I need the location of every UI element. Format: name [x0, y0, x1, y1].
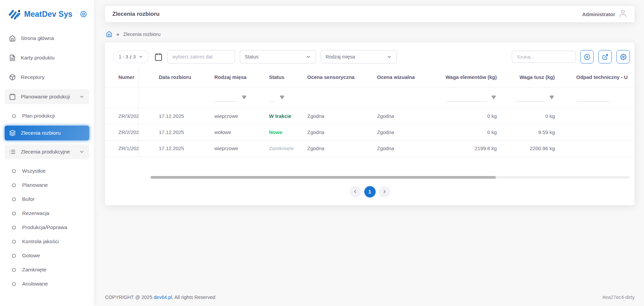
layers-icon: [9, 130, 16, 136]
sidebar-item-anulowane[interactable]: Anulowane: [5, 277, 89, 291]
cell-ocena-wizualna: Zgodna: [372, 140, 435, 156]
cell-ocena-sensoryczna: Zgodna: [302, 140, 372, 156]
column-header-waga-elementow[interactable]: Waga elementów (kg): [435, 68, 502, 87]
circle-icon: [10, 114, 17, 118]
sidebar: MeatDev Sys Strona główna Karty produktu: [0, 0, 94, 306]
sidebar-toggle-icon[interactable]: [80, 10, 87, 18]
sidebar-item-strona-glowna[interactable]: Strona główna: [5, 31, 89, 46]
sidebar-item-label: Rezerwacja: [22, 210, 49, 216]
cell-ocena-sensoryczna: Zgodna: [302, 108, 372, 124]
filter-icon[interactable]: [549, 94, 555, 100]
cell-odpad-techniczny: [560, 124, 635, 140]
table-header-row: Numer Data rozbioru Rodzaj mięsa Status …: [105, 68, 635, 87]
cell-odpad-techniczny: [560, 108, 635, 124]
sidebar-nav: Strona główna Karty produktu Receptury P…: [0, 22, 94, 291]
sidebar-group-zlecenia-produkcyjne[interactable]: Zlecenia produkcyjne: [5, 144, 89, 159]
table-toolbar: 1 - 3 z 3 Status Rodzaj mięsa: [105, 43, 635, 63]
external-link-icon: [602, 54, 608, 60]
footer-link[interactable]: dev64.pl: [154, 295, 172, 300]
sidebar-item-label: Planowane: [22, 182, 48, 188]
sidebar-item-label: Zamknięte: [22, 267, 46, 273]
column-header-odpad-techniczny[interactable]: Odpad techniczny - U: [560, 68, 635, 87]
page-size-select[interactable]: 1 - 3 z 3: [113, 50, 149, 63]
status-filter-select[interactable]: Status: [240, 50, 316, 63]
chevron-down-icon: [79, 94, 85, 99]
circle-icon: [10, 211, 17, 216]
calendar-icon[interactable]: [154, 53, 163, 61]
file-text-icon: [9, 54, 16, 61]
horizontal-scrollbar[interactable]: [151, 176, 630, 179]
sidebar-item-produkcja-poprawa[interactable]: Produkcja/Poprawa: [5, 220, 89, 234]
logo-row: MeatDev Sys: [0, 6, 94, 22]
sidebar-item-label: Anulowane: [22, 281, 48, 287]
filter-icon[interactable]: [241, 94, 247, 100]
user-menu[interactable]: Administrator: [582, 9, 627, 19]
column-header-waga-tusz[interactable]: Waga tusz (kg): [502, 68, 560, 87]
filter-icon[interactable]: [491, 94, 497, 100]
pagination-page-button[interactable]: 1: [364, 186, 376, 198]
column-filter-input-waga-tusz[interactable]: [515, 93, 545, 102]
cell-waga-tusz: 0 kg: [502, 108, 560, 124]
plus-circle-icon: [584, 54, 590, 60]
search-input[interactable]: [512, 51, 576, 63]
scrollbar-thumb[interactable]: [151, 176, 496, 179]
sidebar-item-zamkniete[interactable]: Zamknięte: [5, 263, 89, 277]
pagination-next-button[interactable]: [379, 186, 390, 198]
column-header-ocena-wizualna[interactable]: Ocena wizualna: [372, 68, 435, 87]
sidebar-item-gotowe[interactable]: Gotowe: [5, 249, 89, 263]
build-version: #ea27ec4-dirty: [602, 295, 635, 300]
sidebar-item-wszystkie[interactable]: Wszystkie: [5, 164, 89, 178]
meat-type-filter-value: Rodzaj mięsa: [326, 54, 355, 59]
sidebar-item-label: Karty produktu: [21, 55, 55, 61]
chevron-down-icon: [139, 54, 143, 59]
column-filter-input-odpad[interactable]: [576, 93, 610, 102]
column-filter-input-status[interactable]: [269, 93, 275, 102]
sidebar-item-label: Zlecenia rozbioru: [21, 130, 61, 136]
column-header-rodzaj-miesa[interactable]: Rodzaj mięsa: [209, 68, 264, 87]
cell-waga-elementow: 0 kg: [435, 108, 502, 124]
cell-waga-elementow: 0 kg: [435, 124, 502, 140]
calendar-icon: [9, 93, 16, 100]
home-icon: [9, 35, 16, 42]
column-header-status[interactable]: Status: [264, 68, 302, 87]
sidebar-item-karty-produktu[interactable]: Karty produktu: [5, 50, 89, 65]
sidebar-item-zlecenia-rozbioru[interactable]: Zlecenia rozbioru: [5, 126, 89, 140]
pagination: 1: [105, 186, 635, 198]
add-order-button[interactable]: [580, 50, 594, 63]
sidebar-item-label: Strona główna: [21, 35, 54, 41]
cell-odpad-techniczny: [560, 140, 635, 156]
cell-waga-tusz: 9.59 kg: [502, 124, 560, 140]
sidebar-item-bufor[interactable]: Bufor: [5, 192, 89, 206]
column-header-numer[interactable]: Numer: [105, 68, 139, 87]
sidebar-group-planowanie-produkcji[interactable]: Planowanie produkcji: [5, 89, 89, 104]
column-header-ocena-sensoryczna[interactable]: Ocena sensoryczna: [302, 68, 372, 87]
date-range-input[interactable]: [167, 50, 235, 63]
topbar: Zlecenia rozbioru Administrator: [105, 6, 635, 22]
pagination-prev-button[interactable]: [350, 186, 361, 198]
sidebar-item-rezerwacja[interactable]: Rezerwacja: [5, 206, 89, 220]
meat-type-filter-select[interactable]: Rodzaj mięsa: [321, 50, 397, 63]
filter-icon[interactable]: [279, 94, 285, 100]
export-button[interactable]: [598, 50, 612, 63]
sidebar-item-receptury[interactable]: Receptury: [5, 70, 89, 85]
column-filter-input-waga-elementow[interactable]: [446, 93, 487, 102]
package-icon: [9, 74, 16, 81]
settings-button[interactable]: [616, 50, 630, 63]
sidebar-item-planowane[interactable]: Planowane: [5, 178, 89, 192]
circle-icon: [10, 225, 17, 230]
app-title: MeatDev Sys: [24, 10, 72, 19]
chevron-down-icon: [79, 149, 85, 155]
cell-ocena-sensoryczna: Zgodna: [302, 124, 372, 140]
column-filter-input-rodzaj-miesa[interactable]: [214, 93, 237, 102]
table-row[interactable]: ZR/2/2025 17.12.2025 wołowe Nowe Zgodna …: [105, 124, 635, 140]
status-filter-value: Status: [245, 54, 259, 59]
sidebar-item-kontrola-jakosci[interactable]: Kontrola jakości: [5, 234, 89, 249]
column-header-data-rozbioru[interactable]: Data rozbioru: [139, 68, 209, 87]
circle-icon: [10, 169, 17, 173]
circle-icon: [10, 282, 17, 286]
table-row[interactable]: ZR/3/2025 17.12.2025 wieprzowe W trakcie…: [105, 108, 635, 124]
table-row[interactable]: ZR/1/2025 17.12.2025 wieprzowe Zamknięte…: [105, 140, 635, 156]
circle-icon: [10, 197, 17, 202]
breadcrumb-home-icon[interactable]: [106, 31, 112, 37]
sidebar-item-plan-produkcji[interactable]: Plan produkcji: [5, 109, 89, 123]
